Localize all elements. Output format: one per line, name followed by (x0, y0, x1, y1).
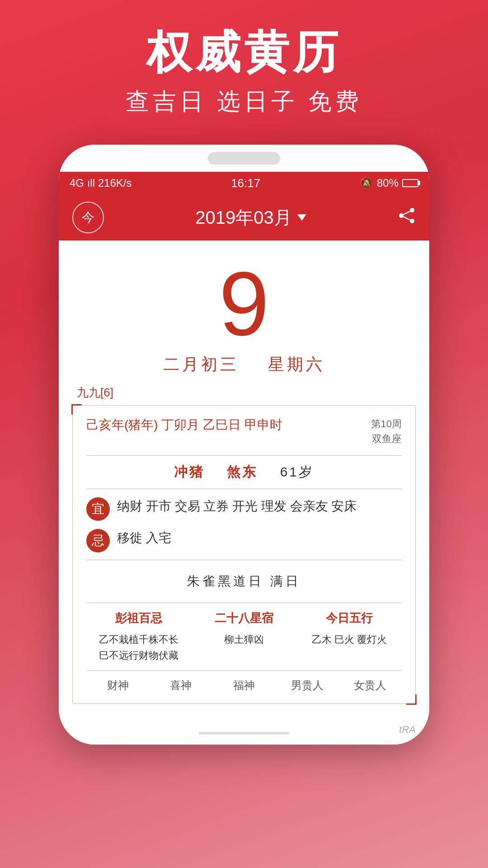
lunar-info: 二月初三 星期六 (72, 354, 416, 376)
watermark: tRA (399, 724, 416, 736)
status-time: 16:17 (231, 176, 260, 190)
chong-row: 冲猪 煞东 61岁 (86, 463, 402, 481)
status-right: 🔕 80% (360, 177, 418, 189)
svg-line-4 (401, 216, 412, 221)
yi-row: 宜 纳财 开市 交易 立券 开光 理发 会亲友 安床 (86, 496, 402, 521)
battery-icon (402, 179, 418, 187)
wuxing-content: 乙木 巳火 覆灯火 (296, 632, 402, 647)
alarm-icon: 🔕 (360, 177, 373, 189)
battery-percent: 80% (377, 177, 399, 189)
status-left: 4G ıll 216K/s (70, 177, 131, 189)
today-label: 今 (82, 209, 94, 226)
ganzhi-main: 己亥年(猪年) 丁卯月 乙巳日 甲申时 (86, 416, 371, 434)
wuxing-col: 今日五行 乙木 巳火 覆灯火 (296, 610, 402, 663)
app-header: 今 2019年03月 (59, 194, 429, 241)
pengzu-line2: 巳不远行财物伏藏 (86, 647, 192, 663)
phone-mockup: 4G ıll 216K/s 16:17 🔕 80% 今 2019年03月 (59, 145, 429, 745)
zodiac: 双鱼座 (371, 431, 402, 446)
ji-badge: 忌 (86, 529, 110, 552)
big-day-number: 9 (72, 259, 416, 349)
god-1: 财神 (86, 678, 150, 693)
lunar-day: 二月初三 (163, 355, 239, 373)
today-button[interactable]: 今 (72, 202, 104, 233)
home-indicator (199, 732, 289, 735)
ji-text: 移徙 入宅 (117, 528, 402, 548)
divider-3 (86, 560, 402, 560)
svg-line-3 (401, 210, 412, 216)
banner-subtitle: 查吉日 选日子 免费 (0, 86, 488, 118)
month-text: 2019年03月 (195, 205, 291, 230)
yi-badge: 宜 (86, 497, 110, 521)
yi-text: 纳财 开市 交易 立券 开光 理发 会亲友 安床 (117, 496, 402, 517)
status-bar: 4G ıll 216K/s 16:17 🔕 80% (59, 172, 429, 194)
ganzhi-row: 己亥年(猪年) 丁卯月 乙巳日 甲申时 第10周 双鱼座 (86, 416, 402, 446)
pengzu-title: 彭祖百忌 (86, 610, 192, 626)
divider-4 (86, 603, 402, 603)
xiu-title: 二十八星宿 (192, 610, 297, 626)
banner-title: 权威黄历 (0, 27, 488, 77)
phone-body: 9 二月初三 星期六 九九[6] 己亥年(猪年) 丁卯月 乙巳日 甲申时 第10… (59, 241, 429, 722)
week-number: 第10周 (371, 416, 402, 431)
ji-row: 忌 移徙 入宅 (86, 528, 402, 552)
heidao-row: 朱雀黑道日 满日 (86, 567, 402, 595)
wuxing-title: 今日五行 (296, 610, 402, 626)
three-cols: 彭祖百忌 乙不栽植千株不长 巳不远行财物伏藏 二十八星宿 柳土獐凶 今日五行 乙… (86, 610, 402, 663)
dropdown-arrow-icon (297, 214, 306, 221)
xiu-col: 二十八星宿 柳土獐凶 (192, 610, 297, 663)
pengzu-col: 彭祖百忌 乙不栽植千株不长 巳不远行财物伏藏 (86, 610, 192, 663)
god-5: 女贵人 (338, 678, 402, 693)
divider-1 (86, 455, 402, 456)
xiu-content: 柳土獐凶 (192, 632, 297, 647)
share-button[interactable] (398, 207, 416, 228)
ganzhi-side: 第10周 双鱼座 (371, 416, 402, 446)
info-card: 己亥年(猪年) 丁卯月 乙巳日 甲申时 第10周 双鱼座 冲猪 煞东 61岁 (72, 405, 416, 704)
pengzu-content: 乙不栽植千株不长 巳不远行财物伏藏 (86, 632, 192, 663)
phone-speaker (208, 152, 280, 165)
month-title[interactable]: 2019年03月 (195, 205, 306, 230)
date-display: 9 二月初三 星期六 (59, 241, 429, 385)
chong-text: 冲猪 (174, 464, 205, 479)
god-3: 福神 (212, 678, 276, 693)
sha-text: 煞东 (227, 464, 258, 479)
god-4: 男贵人 (276, 678, 339, 693)
period-label: 九九[6] (72, 385, 416, 401)
divider-2 (86, 489, 402, 489)
five-gods-row: 财神 喜神 福神 男贵人 女贵人 (86, 670, 402, 693)
top-banner: 权威黄历 查吉日 选日子 免费 (0, 0, 488, 136)
signal-icon: 4G ıll 216K/s (70, 177, 131, 189)
week-day: 星期六 (268, 355, 325, 373)
god-2: 喜神 (150, 678, 213, 693)
chong-age: 61岁 (280, 464, 314, 479)
pengzu-line1: 乙不栽植千株不长 (86, 632, 192, 647)
phone-top (59, 145, 429, 172)
watermark-text: tRA (399, 724, 416, 735)
calendar-section: 九九[6] 己亥年(猪年) 丁卯月 乙巳日 甲申时 第10周 双鱼座 冲猪 煞东 (59, 385, 429, 704)
phone-bottom (59, 722, 429, 745)
